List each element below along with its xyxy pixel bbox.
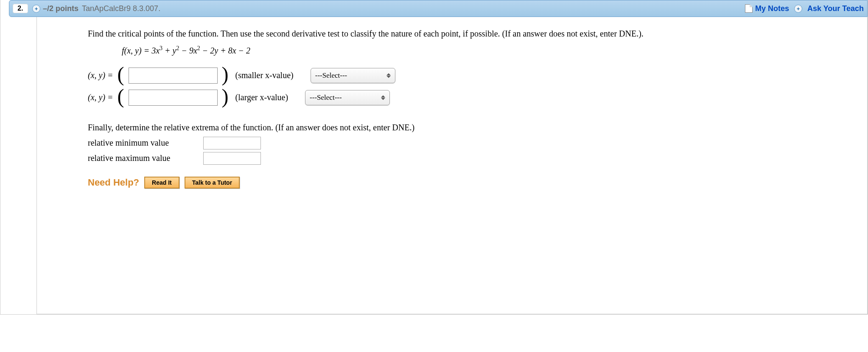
classification-select-1[interactable]: ---Select--- (311, 68, 395, 83)
relmin-input[interactable] (203, 137, 261, 149)
note-icon (745, 4, 753, 13)
function-definition: f(x, y) = 3x3 + y2 − 9x2 − 2y + 8x − 2 (122, 45, 850, 56)
hint-larger-x: (larger x-value) (235, 93, 288, 102)
question-number: 2. (13, 4, 28, 13)
select-value: ---Select--- (310, 93, 342, 102)
relmax-input[interactable] (203, 152, 261, 165)
close-paren-icon: ) (222, 68, 229, 81)
critical-point-input-2[interactable] (129, 90, 218, 106)
relmax-row: relative maximum value (88, 152, 850, 165)
talk-to-tutor-button[interactable]: Talk to a Tutor (185, 177, 240, 189)
fn-lhs: f(x, y) = (122, 46, 151, 55)
need-help-label: Need Help? (88, 177, 139, 188)
my-notes-link[interactable]: My Notes (755, 4, 789, 13)
relmin-label: relative minimum value (88, 138, 198, 148)
xy-label: (x, y) = (88, 70, 113, 80)
relmax-label: relative maximum value (88, 153, 198, 163)
ask-teacher-link[interactable]: Ask Your Teach (807, 4, 864, 13)
need-help-section: Need Help? Read It Talk to a Tutor (88, 177, 850, 189)
stepper-icon (386, 73, 392, 78)
hint-smaller-x: (smaller x-value) (235, 70, 294, 80)
xy-label: (x, y) = (88, 93, 113, 102)
question-source: TanApCalcBr9 8.3.007. (82, 4, 160, 13)
stepper-icon (381, 95, 387, 100)
points-label: –/2 points (43, 4, 78, 13)
plus-icon[interactable]: + (794, 5, 802, 13)
open-paren-icon: ( (118, 90, 124, 103)
fn-rhs: 3x3 + y2 − 9x2 − 2y + 8x − 2 (151, 46, 250, 55)
extrema-prompt: Finally, determine the relative extrema … (88, 123, 850, 132)
relmin-row: relative minimum value (88, 137, 850, 149)
critical-point-row-1: (x, y) = ( ) (smaller x-value) ---Select… (88, 68, 850, 84)
expand-icon[interactable]: + (32, 5, 40, 13)
select-value: ---Select--- (315, 71, 347, 80)
read-it-button[interactable]: Read It (144, 177, 179, 189)
close-paren-icon: ) (222, 90, 229, 103)
classification-select-2[interactable]: ---Select--- (305, 90, 390, 105)
question-prompt: Find the critical points of the function… (88, 27, 850, 40)
critical-point-input-1[interactable] (129, 68, 218, 84)
critical-point-row-2: (x, y) = ( ) (larger x-value) ---Select-… (88, 90, 850, 106)
open-paren-icon: ( (118, 68, 124, 81)
question-header: 2. + –/2 points TanApCalcBr9 8.3.007. My… (9, 0, 868, 17)
question-body: Find the critical points of the function… (36, 17, 868, 314)
